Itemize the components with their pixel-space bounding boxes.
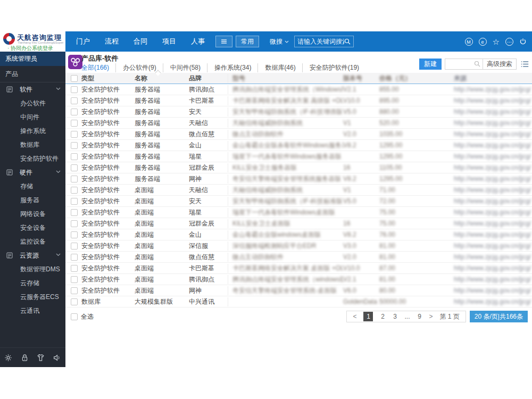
row-checkbox[interactable]: [71, 287, 78, 294]
select-all-control[interactable]: 全选: [71, 312, 94, 321]
nav-item[interactable]: 门户: [69, 37, 97, 46]
table-row[interactable]: 数据库 大规模集群版 中兴通讯 GoldenData s… 50000.00 h…: [65, 296, 532, 307]
row-checkbox[interactable]: [71, 153, 78, 160]
row-checkbox[interactable]: [71, 142, 78, 149]
table-row[interactable]: 安全防护软件 服务器端 腾讯御点 腾讯御点终端安全管理系统（Windows版） …: [65, 84, 532, 95]
message-icon[interactable]: e: [479, 38, 487, 46]
row-checkbox[interactable]: [71, 131, 78, 138]
m-circle-icon[interactable]: M: [465, 38, 473, 46]
category-tab[interactable]: 操作系统(34): [207, 63, 251, 72]
page-size-badge[interactable]: 20 条/页|共166条: [470, 311, 528, 322]
star-icon[interactable]: ☆: [493, 38, 500, 46]
sidebar-item[interactable]: 云通讯: [0, 304, 65, 318]
table-row[interactable]: 安全防护软件 服务器端 网神 奇安信天擎终端安全管理系统服务器版 V8.2 12…: [65, 173, 532, 185]
sidebar-item[interactable]: 数据库: [0, 138, 65, 152]
table-row[interactable]: 安全防护软件 服务器端 冠群金辰 KILL安全卫士服务器版 16 1105.00…: [65, 162, 532, 173]
row-checkbox[interactable]: [71, 198, 78, 205]
sidebar-group[interactable]: 硬件: [0, 165, 65, 179]
sidebar-group[interactable]: 软件: [0, 82, 65, 96]
row-checkbox[interactable]: [71, 97, 78, 104]
power-icon[interactable]: [519, 38, 527, 45]
volume-icon[interactable]: [53, 354, 61, 362]
column-header-model[interactable]: 型号: [228, 74, 343, 83]
row-checkbox[interactable]: [71, 187, 78, 194]
nav-item[interactable]: 合同: [126, 37, 155, 46]
row-checkbox[interactable]: [71, 220, 78, 227]
column-header-price[interactable]: 价格（元）: [379, 74, 454, 83]
table-row[interactable]: 安全防护软件 服务器端 金山 金山毒霸企业版杀毒软件Windows服务器版 V8…: [65, 140, 532, 151]
prev-page-button[interactable]: <: [353, 313, 356, 320]
table-search-input[interactable]: [445, 60, 472, 68]
table-row[interactable]: 安全防护软件 服务器端 瑞星 瑞星下一代杀毒软件Windows服务器版 1295…: [65, 151, 532, 162]
table-row[interactable]: 安全防护软件 桌面端 瑞星 瑞星下一代杀毒软件Windows桌面版 75.00 …: [65, 207, 532, 218]
page-number-button[interactable]: ...: [404, 313, 410, 320]
nav-item[interactable]: 项目: [155, 37, 184, 46]
table-row[interactable]: 安全防护软件 服务器端 天融信 天融信终端威胁防御系统 V1 520.00 ht…: [65, 118, 532, 129]
sidebar-item[interactable]: 中间件: [0, 110, 65, 124]
row-checkbox[interactable]: [71, 86, 78, 93]
search-scope-dropdown[interactable]: 微搜: [270, 37, 289, 46]
list-view-icon[interactable]: [521, 61, 529, 68]
table-row[interactable]: 安全防护软件 桌面端 腾讯御点 腾讯御点终端安全管理系统（windows版）/ …: [65, 274, 532, 285]
sidebar-item[interactable]: 办公软件: [0, 96, 65, 110]
settings-icon[interactable]: [4, 354, 12, 362]
row-checkbox[interactable]: [71, 243, 78, 250]
column-header-version[interactable]: 版本号: [343, 74, 379, 83]
sidebar-item-product[interactable]: 产品: [0, 66, 65, 82]
table-row[interactable]: 安全防护软件 桌面端 安天 安天智甲终端防御系统（IF-科技标准版） V5.0 …: [65, 196, 532, 207]
row-checkbox[interactable]: [71, 265, 78, 272]
row-checkbox[interactable]: [71, 164, 78, 171]
column-header-source[interactable]: 来源: [454, 74, 532, 83]
sidebar-group[interactable]: 云资源: [0, 248, 65, 262]
theme-icon[interactable]: [37, 354, 45, 362]
row-checkbox[interactable]: [71, 231, 78, 238]
next-page-button[interactable]: >: [429, 313, 433, 320]
sidebar-item[interactable]: 安全防护软件: [0, 152, 65, 165]
row-checkbox[interactable]: [71, 176, 78, 182]
page-number-button[interactable]: 2: [380, 313, 385, 320]
page-number-button[interactable]: 9: [417, 313, 422, 320]
table-row[interactable]: 安全防护软件 桌面端 卡巴斯基 卡巴斯基网络安全解决方案 桌面版 +OL… V1…: [65, 263, 532, 274]
sidebar-item[interactable]: 云存储: [0, 276, 65, 290]
category-tab[interactable]: 安全防护软件(19): [302, 63, 359, 72]
column-header-name[interactable]: 名称: [135, 74, 189, 83]
sidebar-item[interactable]: 云服务器ECS: [0, 290, 65, 304]
table-row[interactable]: 安全防护软件 桌面端 金山 金山毒霸企业版windows桌面版 V8.2 76.…: [65, 229, 532, 240]
nav-pinned-button[interactable]: 常用: [236, 36, 259, 47]
sidebar-item[interactable]: 监控设备: [0, 235, 65, 248]
search-icon[interactable]: [344, 38, 351, 45]
table-row[interactable]: 安全防护软件 服务器端 安天 安天智甲终端防御系统（IF-科技增强版） V5.0…: [65, 106, 532, 118]
row-checkbox[interactable]: [71, 209, 78, 216]
category-tab[interactable]: 办公软件(9): [115, 63, 156, 72]
new-button[interactable]: 新建: [419, 59, 442, 70]
row-checkbox[interactable]: [71, 254, 78, 261]
nav-item[interactable]: 人事: [184, 37, 212, 46]
sidebar-item[interactable]: 安全设备: [0, 221, 65, 235]
search-icon[interactable]: [474, 61, 480, 67]
column-header-type[interactable]: 类型: [81, 74, 135, 83]
table-row[interactable]: 安全防护软件 桌面端 深信服 深信服终端检测响应平台EDR V3.0 81.00…: [65, 240, 532, 252]
table-row[interactable]: 安全防护软件 桌面端 网神 奇安信天擎终端安全管理系统-桌面版 V6.0 80.…: [65, 285, 532, 296]
row-checkbox[interactable]: [71, 109, 78, 115]
sidebar-item[interactable]: 存储: [0, 179, 65, 193]
row-checkbox[interactable]: [71, 120, 78, 127]
table-row[interactable]: 安全防护软件 服务器端 微点佰慧 微点主动防御软件 V2.0 1035.00 h…: [65, 129, 532, 140]
table-row[interactable]: 安全防护软件 桌面端 冠群金辰 KILL安全卫士桌面版 16 75.00 htt…: [65, 218, 532, 229]
table-row[interactable]: 安全防护软件 桌面端 微点佰慧 微点主动防御软件 V2.0 81.00 http…: [65, 252, 532, 263]
sidebar-item[interactable]: 服务器: [0, 193, 65, 207]
category-tab[interactable]: 数据库(46): [257, 63, 295, 72]
column-header-brand[interactable]: 品牌: [189, 74, 228, 83]
sidebar-item[interactable]: 数据管理DMS: [0, 262, 65, 276]
category-tab[interactable]: 中间件(58): [163, 63, 201, 72]
brand-login-link[interactable]: · 协同办公系统登录: [7, 45, 53, 52]
row-checkbox[interactable]: [71, 276, 78, 283]
table-row[interactable]: 安全防护软件 服务器端 卡巴斯基 卡巴斯基网络安全解决方案 高级版 +OL… V…: [65, 95, 532, 106]
more-icon[interactable]: ⋯: [505, 38, 513, 46]
header-checkbox[interactable]: [71, 75, 78, 82]
nav-hamburger-button[interactable]: [215, 36, 232, 47]
nav-item[interactable]: 流程: [97, 37, 126, 46]
global-search-input[interactable]: [297, 38, 344, 45]
row-checkbox[interactable]: [71, 298, 78, 305]
page-number-button[interactable]: 1: [363, 312, 373, 321]
page-number-button[interactable]: 3: [392, 313, 397, 320]
